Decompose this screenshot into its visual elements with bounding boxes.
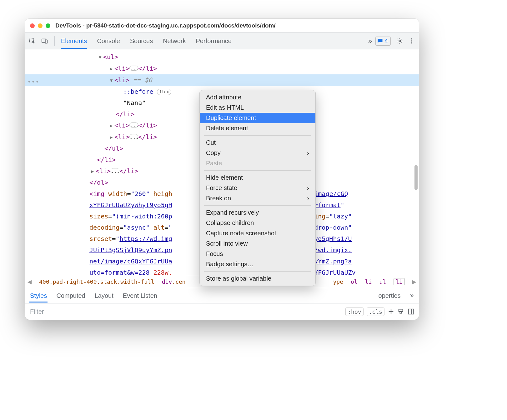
dom-node[interactable]: <li> [114,133,129,141]
collapsed-children-icon[interactable] [129,66,138,71]
window-title: DevTools - pr-5840-static-dot-dcc-stagin… [55,22,275,29]
close-window-button[interactable] [30,23,35,28]
breadcrumb-item[interactable]: ol [351,278,358,285]
dom-node[interactable]: <ul> [103,53,118,61]
tab-layout[interactable]: Layout [95,292,113,299]
panel-tabs: Elements Console Sources Network Perform… [61,33,363,49]
svg-rect-2 [45,40,47,43]
tab-event-listeners[interactable]: Event Listen [123,292,157,299]
menu-break-on[interactable]: Break on› [200,193,315,203]
svg-point-3 [399,40,401,42]
tab-elements[interactable]: Elements [61,33,87,49]
breadcrumb-item[interactable]: ul [379,278,386,285]
menu-badge-settings[interactable]: Badge settings… [200,259,315,269]
svg-point-4 [411,38,412,40]
context-menu: Add attribute Edit as HTML Duplicate ele… [199,90,316,286]
minimize-window-button[interactable] [38,23,43,28]
chevron-right-icon: › [307,149,309,157]
breadcrumb-item[interactable]: li [365,278,372,285]
sidebar-tabs: Styles Computed Layout Event Listen oper… [25,288,419,303]
menu-focus[interactable]: Focus [200,249,315,259]
chevron-right-icon: › [307,184,309,192]
dom-node[interactable]: <li> [96,167,111,175]
styles-filter-bar: :hov .cls [25,303,419,320]
tab-console[interactable]: Console [97,33,120,49]
menu-paste: Paste [200,158,315,168]
device-toolbar-icon[interactable] [41,38,48,44]
kebab-menu-icon[interactable] [408,38,415,44]
collapsed-children-icon[interactable] [129,122,138,128]
menu-delete-element[interactable]: Delete element [200,123,315,133]
more-tabs-icon[interactable]: » [368,37,372,45]
menu-copy[interactable]: Copy› [200,148,315,158]
issues-count: 4 [384,38,388,45]
main-toolbar: Elements Console Sources Network Perform… [25,32,419,49]
chevron-right-icon: › [307,195,309,202]
tab-sources[interactable]: Sources [130,33,153,49]
currently-selected-marker: == $0 [133,76,152,84]
svg-rect-7 [409,309,414,314]
menu-scroll-into-view[interactable]: Scroll into view [200,238,315,249]
traffic-lights [30,23,50,28]
dom-node[interactable]: </li> [97,156,116,163]
styles-filter-input[interactable] [29,308,342,316]
devtools-window: DevTools - pr-5840-static-dot-dcc-stagin… [25,19,419,320]
menu-store-global[interactable]: Store as global variable [200,273,315,284]
dom-node[interactable]: </li> [116,110,134,118]
svg-point-5 [411,40,412,42]
menu-hide-element[interactable]: Hide element [200,172,315,183]
tab-performance[interactable]: Performance [196,33,232,49]
dom-node[interactable]: <li> [114,122,129,129]
breadcrumb-item[interactable]: ype [333,278,343,285]
dom-node[interactable]: </ol> [89,179,108,186]
tab-styles[interactable]: Styles [30,292,47,299]
menu-expand-recursively[interactable]: Expand recursively [200,208,315,218]
selected-line-gutter-icon: ••• [28,76,40,88]
chevron-left-icon[interactable]: ◀ [28,278,32,286]
menu-capture-screenshot[interactable]: Capture node screenshot [200,228,315,238]
inspect-element-icon[interactable] [29,38,36,44]
paint-brush-icon[interactable] [398,308,404,315]
dom-node-selected[interactable]: <li> == $0 [25,74,419,86]
svg-point-6 [411,42,412,44]
menu-cut[interactable]: Cut [200,138,315,148]
new-style-rule-icon[interactable] [388,308,394,315]
text-node[interactable]: "Nana" [123,99,146,107]
menu-add-attribute[interactable]: Add attribute [200,92,315,102]
more-subtabs-icon[interactable]: » [410,292,414,300]
menu-edit-as-html[interactable]: Edit as HTML [200,102,315,113]
scrollbar-thumb[interactable] [414,165,418,190]
dom-node[interactable]: <li> [114,65,129,72]
menu-duplicate-element[interactable]: Duplicate element [200,113,315,123]
pseudo-element[interactable]: ::before [123,88,153,95]
chevron-right-icon[interactable]: ▶ [412,278,416,286]
titlebar: DevTools - pr-5840-static-dot-dcc-stagin… [25,19,419,32]
tab-properties[interactable]: operties [379,292,401,299]
tab-network[interactable]: Network [163,33,186,49]
breadcrumb-item-current[interactable]: li [394,278,405,285]
hov-toggle[interactable]: :hov [345,308,363,316]
menu-force-state[interactable]: Force state› [200,183,315,193]
computed-sidebar-icon[interactable] [408,308,414,315]
menu-collapse-children[interactable]: Collapse children [200,218,315,228]
issues-badge[interactable]: 4 [375,37,391,46]
dom-node[interactable]: </ul> [104,145,123,152]
cls-toggle[interactable]: .cls [367,308,384,316]
collapsed-children-icon[interactable] [111,168,119,173]
settings-icon[interactable] [396,38,403,44]
zoom-window-button[interactable] [46,23,50,28]
breadcrumb-item[interactable]: 400.pad-right-400.stack.width-full [39,278,154,285]
tab-computed[interactable]: Computed [56,292,85,299]
flex-badge[interactable]: flex [157,89,171,95]
collapsed-children-icon[interactable] [129,134,138,139]
